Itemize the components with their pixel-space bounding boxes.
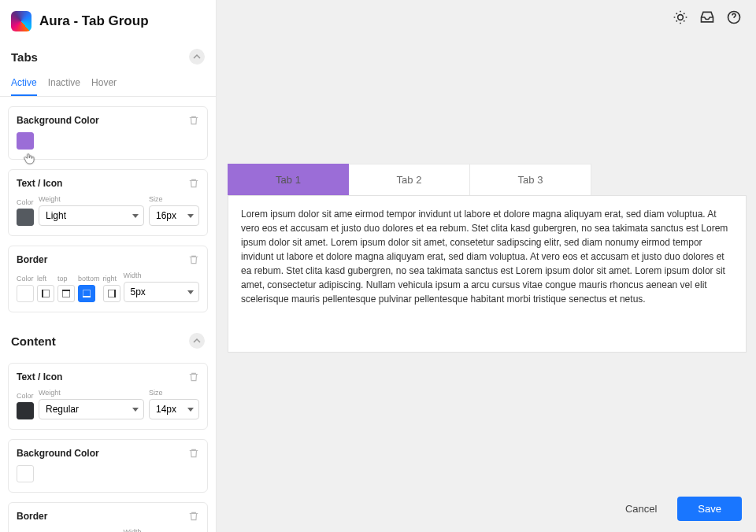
theme-icon[interactable] [673,9,688,25]
inbox-icon[interactable] [699,9,715,25]
subtab-inactive[interactable]: Inactive [48,72,80,96]
collapse-tabs-button[interactable] [189,49,205,65]
preview-tab-3[interactable]: Tab 3 [470,164,591,195]
delete-icon[interactable] [188,178,199,189]
field-label-width: Width [124,528,199,532]
prop-title: Background Color [17,115,99,126]
save-button[interactable]: Save [677,497,742,521]
card-tabs-text-icon: Text / Icon Color Weight Light Size 16px [8,169,208,236]
field-label-size: Size [149,389,199,397]
delete-icon[interactable] [188,448,199,459]
cancel-button[interactable]: Cancel [617,497,665,521]
help-icon[interactable] [726,9,742,25]
preview-area: Tab 1 Tab 2 Tab 3 Lorem ipsum dolor sit … [217,0,756,532]
field-label-top: top [57,275,75,283]
card-tabs-border: Border Color left top bottom [8,246,208,312]
delete-icon[interactable] [188,371,199,382]
preview-tab-2[interactable]: Tab 2 [349,164,470,195]
size-select[interactable]: 16px [149,205,199,226]
field-label-width: Width [124,272,199,279]
section-title-tabs: Tabs [11,50,38,64]
state-subtabs: Active Inactive Hover [0,69,216,97]
color-swatch[interactable] [17,132,34,150]
prop-title: Border [17,511,47,522]
field-label-color: Color [17,392,34,400]
border-right-toggle[interactable] [103,285,120,302]
delete-icon[interactable] [188,511,199,522]
prop-title: Border [17,254,47,265]
field-label-left: left [37,275,54,283]
chevron-up-icon [193,53,201,61]
field-label-weight: Weight [39,195,144,203]
size-select[interactable]: 14px [149,399,199,419]
field-label-weight: Weight [39,389,144,397]
preview-tab-row: Tab 1 Tab 2 Tab 3 [228,164,747,195]
prop-title: Background Color [17,448,99,459]
field-label-color: Color [17,198,34,206]
weight-select[interactable]: Light [39,205,144,226]
delete-icon[interactable] [188,115,199,126]
color-swatch[interactable] [17,465,34,482]
weight-select[interactable]: Regular [39,399,144,419]
field-label-size: Size [149,195,199,203]
section-title-content: Content [11,334,56,348]
card-content-text-icon: Text / Icon Color Weight Regular Size 14… [8,363,208,430]
border-bottom-toggle[interactable] [78,285,95,302]
preview-tab-1[interactable]: Tab 1 [228,164,349,195]
field-label-bottom: bottom [78,275,100,283]
color-swatch[interactable] [17,402,34,419]
section-header-tabs: Tabs [0,39,216,69]
subtab-hover[interactable]: Hover [91,72,117,96]
color-swatch[interactable] [17,285,34,302]
border-top-toggle[interactable] [57,285,75,302]
left-panel: Aura - Tab Group Tabs Active Inactive Ho… [0,0,217,532]
prop-title: Text / Icon [17,371,62,382]
app-title: Aura - Tab Group [39,13,149,29]
border-width-select[interactable]: 5px [124,282,199,302]
chevron-up-icon [193,337,201,345]
field-label-right: right [103,275,120,283]
card-tabs-background: Background Color [8,106,208,160]
card-content-border: Border Color left top bottom [8,502,208,532]
section-header-content: Content [0,323,216,353]
delete-icon[interactable] [188,254,199,265]
field-label-color: Color [17,275,34,283]
preview-content: Lorem ipsum dolor sit ame eirmod tempor … [228,195,747,353]
panel-header: Aura - Tab Group [0,0,216,39]
app-logo-icon [11,11,32,31]
subtab-active[interactable]: Active [11,72,37,96]
color-swatch[interactable] [17,209,34,226]
svg-point-0 [678,15,684,20]
card-content-background: Background Color [8,439,208,493]
prop-title: Text / Icon [17,178,62,189]
collapse-content-button[interactable] [189,333,205,349]
border-left-toggle[interactable] [37,285,54,302]
